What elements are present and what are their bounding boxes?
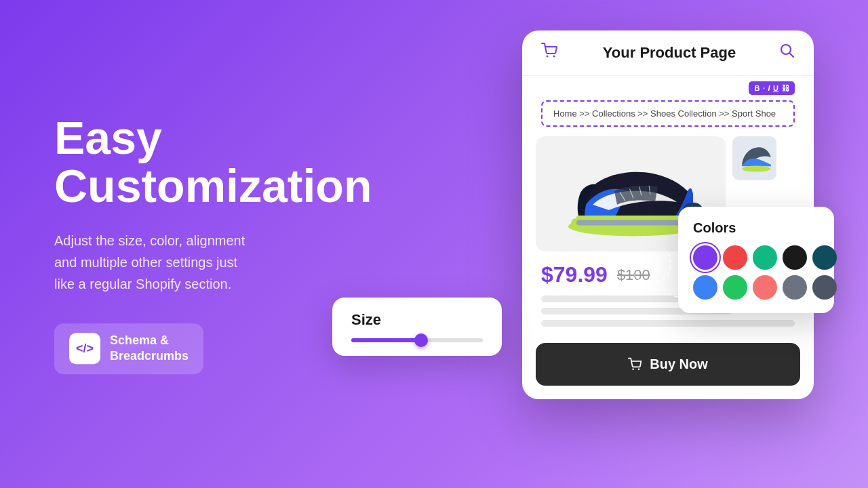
breadcrumb-toolbar: B · I U ⛓ [749,81,795,95]
color-dot-dark-gray[interactable] [812,275,837,300]
price-current: $79.99 [541,262,608,287]
deco-line-2 [665,270,692,298]
headline-line1: Easy [54,114,366,162]
mockup-container: Colors Your Product Page [522,30,827,399]
size-slider-track[interactable] [351,338,483,342]
svg-point-14 [742,165,770,171]
buy-cart-icon [628,357,643,372]
svg-point-1 [553,56,555,58]
color-dot-purple[interactable] [693,245,717,270]
header-title: Your Product Page [603,44,736,62]
svg-point-0 [547,56,549,58]
color-dot-green[interactable] [723,275,747,300]
svg-point-15 [633,368,635,370]
color-grid [693,245,819,300]
subtitle: Adjust the size, color, alignment and mu… [54,230,366,295]
breadcrumb-area: B · I U ⛓ Home >> Collections >> Shoes C… [522,76,814,136]
breadcrumb-text: Home >> Collections >> Shoes Collection … [553,108,776,119]
slider-fill [351,338,424,342]
card-header: Your Product Page [522,30,814,76]
color-dot-blue[interactable] [693,275,717,300]
color-dot-dark-teal[interactable] [812,245,837,270]
size-title: Size [351,311,483,329]
buy-now-button[interactable]: Buy Now [536,343,800,386]
slider-thumb[interactable] [414,333,428,347]
svg-point-16 [638,368,640,370]
buy-now-label: Buy Now [650,357,708,372]
color-dot-red[interactable] [723,245,747,270]
colors-title: Colors [693,220,819,236]
breadcrumb-box: Home >> Collections >> Shoes Collection … [541,100,795,127]
color-dot-teal[interactable] [753,245,777,270]
headline-line2: Customization [54,163,366,211]
headline: Easy Customization [54,114,366,211]
size-popup: Size [332,298,502,356]
svg-line-3 [790,54,794,58]
content-line-3 [541,320,795,327]
badge: </> Schema &Breadcrumbs [54,323,203,374]
thumbnail-image [732,136,776,180]
color-dot-light-red[interactable] [753,275,777,300]
badge-label: Schema &Breadcrumbs [110,333,189,365]
schema-icon: </> [69,333,100,364]
color-dot-gray[interactable] [783,275,807,300]
cart-icon [541,43,559,63]
color-dot-black[interactable] [783,245,807,270]
left-section: Easy Customization Adjust the size, colo… [54,114,366,374]
search-icon[interactable] [780,43,795,62]
colors-popup: Colors [678,207,834,313]
